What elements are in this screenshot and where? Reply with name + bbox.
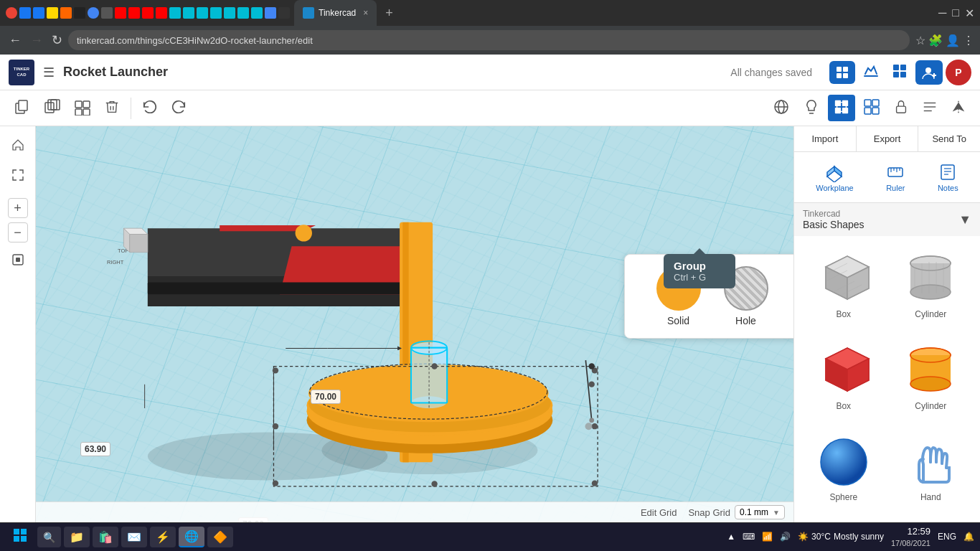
active-tab[interactable]: Tinkercad × (294, 0, 377, 26)
taskbar-network-icon: 📶 (762, 532, 773, 542)
taskbar-mail-btn[interactable]: ✉️ (121, 527, 147, 547)
fit-btn[interactable] (5, 247, 31, 273)
shapes-library-btn[interactable] (887, 58, 913, 86)
taskbar-explorer-btn[interactable]: 📁 (64, 527, 90, 547)
page-title: Rocket Launcher (63, 65, 725, 80)
zoom-out-btn[interactable]: − (8, 222, 28, 242)
shapes-main-category: Tinkercad (803, 209, 864, 219)
duplicate-btn[interactable] (39, 93, 66, 123)
svg-point-78 (431, 481, 437, 486)
view3d-icon (773, 98, 790, 116)
taskbar-git-btn[interactable]: ⚡ (150, 527, 176, 547)
lock-btn[interactable] (888, 94, 914, 122)
taskbar-notification-btn[interactable]: 🔔 (963, 532, 974, 542)
cylinder-orange-shape (902, 341, 959, 398)
fullscreen-btn[interactable] (5, 162, 31, 188)
svg-rect-27 (842, 108, 848, 113)
favicon-t5 (224, 7, 235, 19)
shape-item-box-gray-label: Box (836, 309, 851, 319)
browser-chrome: Tinkercad × + ─ □ ✕ ← → ↻ tinkercad.com/… (0, 0, 980, 55)
start-btn[interactable] (6, 525, 34, 549)
svg-rect-128 (21, 529, 27, 534)
home-btn[interactable] (5, 132, 31, 158)
shape-item-box-red[interactable]: Box (803, 336, 885, 423)
zoom-out-icon: − (14, 225, 22, 240)
group-shapes-btn[interactable] (69, 93, 96, 123)
workbench-btn[interactable] (858, 58, 884, 86)
send-to-btn[interactable]: Send To (918, 126, 980, 151)
taskbar-volume-icon: 🔊 (780, 532, 791, 542)
undo-btn[interactable] (137, 94, 163, 122)
refresh-button[interactable]: ↻ (49, 29, 65, 51)
extensions-btn[interactable]: 🧩 (928, 34, 943, 47)
mirror-btn[interactable] (946, 94, 971, 122)
copy-paste-btn[interactable] (9, 93, 36, 123)
svg-rect-20 (83, 109, 90, 116)
view3d-btn[interactable] (768, 93, 795, 123)
favicon-yt2 (128, 7, 140, 19)
close-btn[interactable]: ✕ (965, 6, 974, 20)
nav-bar: ← → ↻ tinkercad.com/things/cCE3HiNw2dO-r… (0, 26, 980, 55)
settings-btn[interactable]: ⋮ (963, 34, 974, 47)
zoom-in-icon: + (14, 201, 22, 216)
svg-rect-41 (16, 258, 20, 262)
favicon-g2 (265, 7, 276, 19)
shape-item-sphere-blue[interactable]: Sphere (803, 428, 885, 514)
svg-rect-32 (872, 108, 879, 114)
workplane-icon (824, 162, 844, 182)
redo-btn[interactable] (166, 94, 192, 122)
bookmark-btn[interactable]: ☆ (915, 34, 925, 47)
add-user-btn[interactable] (915, 60, 943, 85)
maximize-btn[interactable]: □ (952, 6, 959, 19)
taskbar-search-btn[interactable]: 🔍 (37, 527, 61, 547)
tab-close-btn[interactable]: × (363, 8, 368, 18)
snap-input[interactable]: 0.1 mm ▼ (735, 505, 785, 519)
delete-btn[interactable] (99, 94, 125, 122)
app-header: TINKER CAD ☰ Rocket Launcher All changes… (0, 55, 980, 90)
svg-marker-90 (827, 166, 834, 176)
content-area: + − (0, 126, 980, 522)
panel-actions: Import Export Send To (794, 126, 980, 152)
export-btn[interactable]: Export (857, 126, 919, 151)
avatar-btn[interactable]: P (946, 60, 971, 85)
profile-btn[interactable]: 👤 (946, 34, 960, 47)
fullscreen-icon (11, 168, 25, 182)
new-tab-button[interactable]: + (381, 6, 397, 21)
shape-item-hand[interactable]: Hand (890, 428, 972, 514)
group-toolbar-icon (834, 99, 849, 115)
shape-item-cylinder-gray[interactable]: Cylinder (890, 245, 972, 331)
viewport[interactable]: TOP RIGHT 70.00 63.90 (36, 126, 793, 522)
taskbar-chrome-btn[interactable]: 🌐 (179, 527, 204, 547)
grid-view-btn[interactable] (829, 61, 855, 84)
bulb-btn[interactable] (798, 93, 825, 123)
group-toolbar-btn[interactable] (828, 95, 855, 121)
menu-toggle-btn[interactable]: ☰ (40, 62, 57, 83)
url-text: tinkercad.com/things/cCE3HiNw2dO-rocket-… (77, 35, 313, 46)
favicon-fb (19, 7, 31, 19)
back-button[interactable]: ← (6, 30, 24, 51)
taskbar: 🔍 📁 🛍️ ✉️ ⚡ 🌐 🔶 ▲ ⌨ 📶 🔊 ☀️ 30°C Mostly s… (0, 522, 980, 551)
workplane-btn[interactable]: Workplane (809, 158, 860, 197)
svg-point-71 (273, 367, 278, 373)
shape-item-box-gray[interactable]: Box (803, 245, 885, 331)
zoom-in-btn[interactable]: + (8, 198, 28, 218)
favicon-t4 (210, 7, 222, 19)
address-bar[interactable]: tinkercad.com/things/cCE3HiNw2dO-rocket-… (68, 30, 910, 50)
import-btn[interactable]: Import (794, 126, 857, 151)
forward-button[interactable]: → (27, 30, 46, 51)
notes-btn[interactable]: Notes (930, 158, 966, 197)
logo-line2: CAD (17, 72, 27, 77)
shapes-category-header[interactable]: Tinkercad Basic Shapes ▼ (794, 203, 980, 236)
shape-item-cylinder-orange[interactable]: Cylinder (890, 336, 972, 423)
ungroup-btn[interactable] (858, 93, 885, 123)
minimize-btn[interactable]: ─ (938, 6, 946, 19)
ruler-btn[interactable]: Ruler (878, 158, 913, 197)
svg-text:RIGHT: RIGHT (107, 259, 124, 265)
svg-point-82 (589, 381, 595, 387)
svg-point-83 (589, 418, 594, 423)
svg-line-80 (585, 360, 591, 420)
taskbar-store-btn[interactable]: 🛍️ (93, 527, 118, 547)
taskbar-freecad-btn[interactable]: 🔶 (207, 527, 233, 547)
align-btn[interactable] (917, 94, 943, 122)
edit-grid-btn[interactable]: Edit Grid (641, 507, 677, 518)
